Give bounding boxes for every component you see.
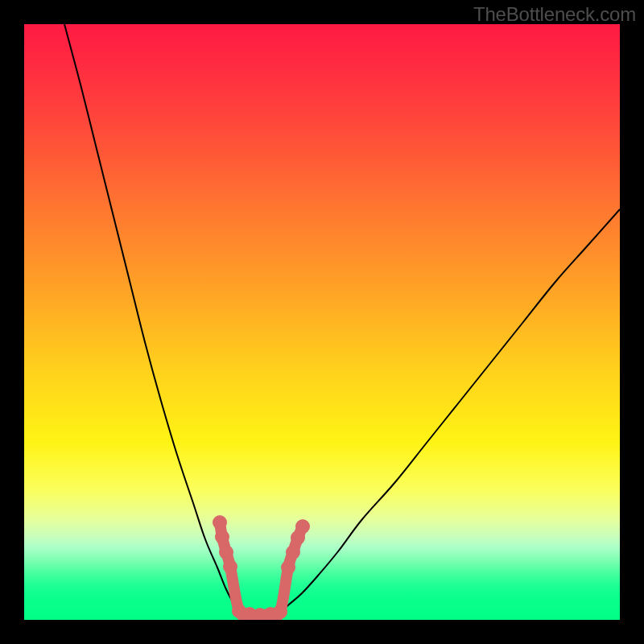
chart-svg-layer xyxy=(24,24,620,620)
highlight-dot xyxy=(223,559,237,574)
right-curve xyxy=(280,209,620,612)
highlight-dot xyxy=(286,545,300,559)
highlight-dot xyxy=(215,530,229,544)
highlight-dot xyxy=(219,545,233,559)
watermark-label: TheBottleneck.com xyxy=(473,3,636,26)
highlight-dot xyxy=(295,519,310,534)
chart-outer-frame xyxy=(0,0,644,644)
highlight-dot xyxy=(273,605,287,619)
highlight-dot xyxy=(213,515,227,530)
chart-plot-area xyxy=(24,24,620,620)
highlight-dot xyxy=(281,560,295,575)
